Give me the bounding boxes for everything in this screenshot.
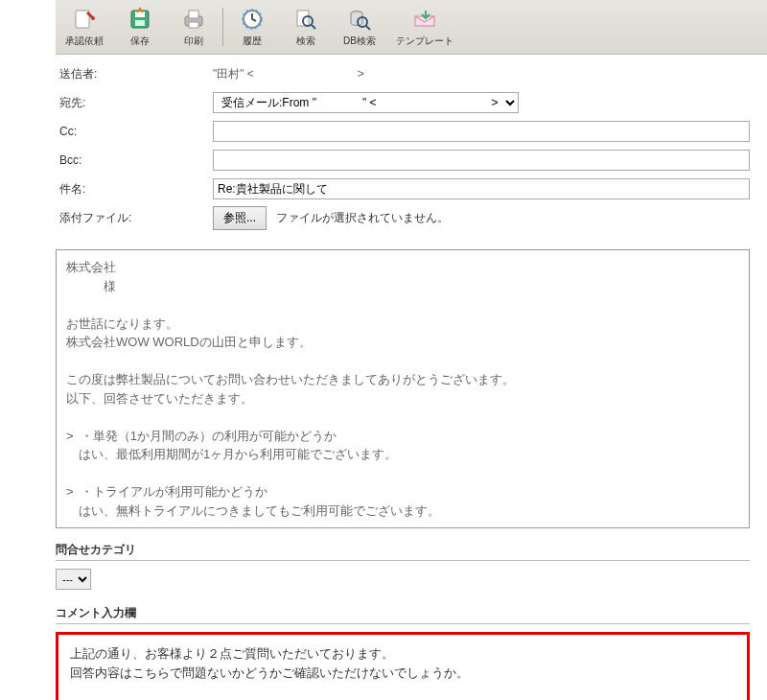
- dbsearch-button[interactable]: DB検索: [333, 4, 386, 50]
- message-body[interactable]: 株式会社 様 お世話になります。 株式会社WOW WORLDの山田と申します。 …: [56, 249, 750, 528]
- to-label: 宛先:: [59, 95, 213, 111]
- print-icon: [180, 6, 207, 33]
- approve-icon: [71, 6, 98, 33]
- bcc-row: Bcc:: [59, 149, 750, 172]
- approve-label: 承認依頼: [65, 35, 104, 48]
- history-label: 履歴: [243, 35, 262, 48]
- search-button[interactable]: 検索: [279, 4, 333, 50]
- svg-rect-7: [189, 22, 198, 28]
- cc-row: Cc:: [59, 120, 750, 143]
- subject-label: 件名:: [59, 181, 213, 198]
- browse-button[interactable]: 参照...: [213, 206, 267, 230]
- comment-header: コメント入力欄: [56, 601, 750, 624]
- cc-label: Cc:: [59, 125, 213, 138]
- bcc-input[interactable]: [213, 150, 750, 171]
- template-icon: [411, 6, 438, 33]
- sender-value: "田村" < >: [213, 66, 750, 82]
- dbsearch-label: DB検索: [343, 35, 376, 48]
- cc-input[interactable]: [213, 121, 750, 142]
- svg-rect-4: [135, 20, 145, 26]
- toolbar: 承認依頼 保存 印刷 履歴 検索 DB検索 テンプレート: [56, 0, 767, 55]
- sender-row: 送信者: "田村" < >: [59, 62, 750, 85]
- subject-row: 件名:: [59, 177, 750, 200]
- to-row: 宛先: 受信メール:From " " < >: [59, 91, 750, 114]
- attach-row: 添付ファイル: 参照... ファイルが選択されていません。: [59, 206, 750, 230]
- approve-button[interactable]: 承認依頼: [56, 4, 113, 50]
- template-button[interactable]: テンプレート: [386, 4, 463, 50]
- subject-input[interactable]: [213, 178, 750, 199]
- to-select[interactable]: 受信メール:From " " < >: [213, 92, 519, 113]
- search-label: 検索: [296, 35, 315, 48]
- template-label: テンプレート: [396, 35, 453, 48]
- search-icon: [292, 6, 319, 33]
- category-select[interactable]: ---: [56, 569, 91, 590]
- category-wrap: ---: [56, 569, 750, 590]
- history-button[interactable]: 履歴: [225, 4, 279, 50]
- save-button[interactable]: 保存: [113, 4, 167, 50]
- save-icon: [127, 6, 153, 33]
- save-label: 保存: [130, 35, 150, 48]
- toolbar-divider: [222, 8, 223, 46]
- comment-input[interactable]: 上記の通り、お客様より２点ご質問いただいております。 回答内容はこちらで問題ない…: [56, 632, 750, 700]
- attach-label: 添付ファイル:: [59, 210, 213, 226]
- bcc-label: Bcc:: [59, 153, 213, 167]
- sender-label: 送信者:: [59, 66, 213, 82]
- print-button[interactable]: 印刷: [167, 4, 221, 50]
- category-header: 問合せカテゴリ: [56, 538, 750, 561]
- svg-point-1: [91, 16, 95, 20]
- svg-rect-3: [135, 12, 145, 17]
- dbsearch-icon: [346, 6, 373, 33]
- svg-rect-6: [189, 11, 198, 18]
- file-status: ファイルが選択されていません。: [276, 210, 449, 226]
- print-label: 印刷: [184, 35, 203, 48]
- compose-header: 送信者: "田村" < > 宛先: 受信メール:From " " < > Cc:…: [0, 55, 767, 244]
- history-icon: [239, 6, 266, 33]
